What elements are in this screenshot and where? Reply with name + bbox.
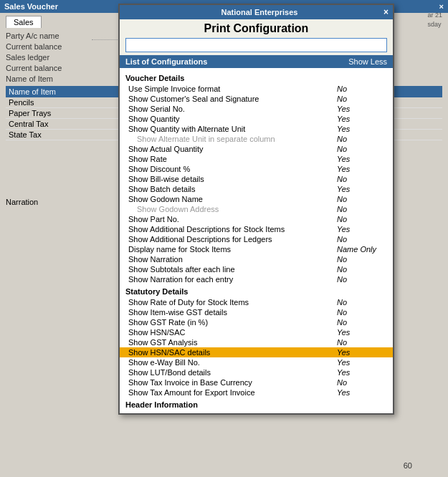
- config-label: Show Serial No.: [128, 105, 337, 113]
- tab-sales[interactable]: Sales: [6, 16, 42, 28]
- config-value: Yes: [337, 388, 387, 397]
- config-row[interactable]: Show Bill-wise detailsNo: [120, 174, 393, 184]
- config-value: No: [337, 378, 387, 387]
- modal-print-config-title: Print Configuration: [125, 22, 387, 35]
- config-label: Show GST Analysis: [128, 338, 337, 347]
- config-row[interactable]: Show Godown AddressNo: [120, 204, 393, 214]
- config-row[interactable]: Show Actual QuantityNo: [120, 144, 393, 154]
- voucher-configs-container: Use Simple Invoice formatNoShow Customer…: [120, 84, 393, 284]
- config-value: No: [337, 338, 387, 347]
- config-value: Yes: [337, 185, 387, 193]
- config-row[interactable]: Show NarrationNo: [120, 254, 393, 264]
- config-row[interactable]: Show Tax Invoice in Base CurrencyNo: [120, 377, 393, 387]
- bg-party-label: Party A/c name: [6, 32, 92, 40]
- config-value: No: [337, 308, 387, 317]
- config-row[interactable]: Show Godown NameNo: [120, 194, 393, 204]
- config-row[interactable]: Show Serial No.Yes: [120, 104, 393, 114]
- voucher-details-header: Voucher Details: [120, 71, 393, 84]
- config-value: No: [337, 235, 387, 244]
- config-value: Yes: [337, 105, 387, 113]
- config-row[interactable]: Show Additional Descriptions for Ledgers…: [120, 234, 393, 244]
- config-value: No: [337, 175, 387, 183]
- config-row[interactable]: Show Narration for each entryNo: [120, 274, 393, 284]
- config-value: No: [337, 85, 387, 93]
- config-row[interactable]: Display name for Stock ItemsName Only: [120, 244, 393, 254]
- config-row[interactable]: Show GST AnalysisNo: [120, 337, 393, 347]
- bg-item2-name: Paper Trays: [9, 109, 123, 117]
- bg-balance1-label: Current balance: [6, 42, 92, 51]
- config-label: Show Tax Invoice in Base Currency: [128, 378, 337, 387]
- config-value: No: [337, 195, 387, 203]
- config-row[interactable]: Show HSN/SAC detailsYes: [120, 347, 393, 357]
- config-row[interactable]: Use Simple Invoice formatNo: [120, 84, 393, 94]
- config-row[interactable]: Show Additional Descriptions for Stock I…: [120, 224, 393, 234]
- config-row[interactable]: Show Part No.No: [120, 214, 393, 224]
- config-label: Show HSN/SAC: [128, 328, 337, 337]
- config-label: Show Quantity: [128, 115, 337, 123]
- show-less-button[interactable]: Show Less: [348, 57, 387, 66]
- config-value: Yes: [337, 368, 387, 377]
- config-label: Use Simple Invoice format: [128, 85, 337, 93]
- config-label: Show Bill-wise details: [128, 175, 337, 183]
- config-row[interactable]: Show Batch detailsYes: [120, 184, 393, 194]
- list-header: List of Configurations Show Less: [120, 55, 393, 68]
- config-value: No: [337, 95, 387, 103]
- config-value: Yes: [337, 328, 387, 337]
- config-label: Show Rate: [128, 155, 337, 163]
- config-label: Show Alternate Unit in separate column: [137, 135, 337, 143]
- statutory-configs-container: Show Rate of Duty for Stock ItemsNoShow …: [120, 297, 393, 398]
- config-value: No: [337, 318, 387, 327]
- bg-item4-name: State Tax: [9, 130, 123, 139]
- config-row[interactable]: Show Rate of Duty for Stock ItemsNo: [120, 297, 393, 307]
- bg-item3-name: Central Tax: [9, 120, 123, 128]
- config-value: No: [337, 255, 387, 264]
- config-label: Show Narration: [128, 255, 337, 264]
- config-label: Show e-Way Bill No.: [128, 358, 337, 367]
- config-row[interactable]: Show LUT/Bond detailsYes: [120, 367, 393, 377]
- config-value: No: [337, 215, 387, 223]
- config-row[interactable]: Show HSN/SACYes: [120, 327, 393, 337]
- config-value: Yes: [337, 348, 387, 357]
- config-label: Show Additional Descriptions for Ledgers: [128, 235, 337, 244]
- config-label: Display name for Stock Items: [128, 245, 337, 254]
- modal-config-input[interactable]: [125, 38, 387, 52]
- config-row[interactable]: Show e-Way Bill No.Yes: [120, 357, 393, 367]
- config-label: Show Actual Quantity: [128, 145, 337, 153]
- config-row[interactable]: Show Alternate Unit in separate columnNo: [120, 134, 393, 144]
- bg-header-name: Name of Item: [9, 87, 123, 96]
- config-value: No: [337, 205, 387, 213]
- config-value: Name Only: [337, 245, 387, 254]
- config-row[interactable]: Show QuantityYes: [120, 114, 393, 124]
- config-label: Show Part No.: [128, 215, 337, 223]
- header-info-header: Header Information: [120, 398, 393, 410]
- right-edge-text: ar 21 sday: [427, 11, 442, 29]
- config-label: Show Tax Amount for Export Invoice: [128, 388, 337, 397]
- bg-close-icon[interactable]: ×: [439, 2, 444, 11]
- config-row[interactable]: Show Subtotals after each lineNo: [120, 264, 393, 274]
- config-label: Show Quantity with Alternate Unit: [128, 125, 337, 133]
- config-row[interactable]: Show RateYes: [120, 154, 393, 164]
- modal-company-name: National Enterprises: [135, 8, 383, 16]
- modal-close-icon[interactable]: ×: [383, 7, 389, 17]
- config-label: Show Godown Address: [137, 205, 337, 213]
- config-row[interactable]: Show Tax Amount for Export InvoiceYes: [120, 387, 393, 398]
- bg-balance2-label: Current balance: [6, 64, 92, 72]
- config-label: Show Customer's Seal and Signature: [128, 95, 337, 103]
- bg-narration-label: Narration: [6, 198, 38, 206]
- config-row[interactable]: Show Discount %Yes: [120, 164, 393, 174]
- bg-total-label: 60: [404, 461, 412, 470]
- list-section: List of Configurations Show Less Voucher…: [120, 55, 393, 413]
- config-label: Show HSN/SAC details: [128, 348, 337, 357]
- config-label: Show Subtotals after each line: [128, 265, 337, 274]
- config-label: Show LUT/Bond details: [128, 368, 337, 377]
- config-value: No: [337, 135, 387, 143]
- config-row[interactable]: Show GST Rate (in %)No: [120, 317, 393, 327]
- config-row[interactable]: Show Item-wise GST detailsNo: [120, 307, 393, 317]
- modal-titlebar: National Enterprises ×: [120, 5, 393, 19]
- config-row[interactable]: Show Quantity with Alternate UnitYes: [120, 124, 393, 134]
- list-content[interactable]: Voucher Details Use Simple Invoice forma…: [120, 68, 393, 413]
- config-row[interactable]: Show Customer's Seal and SignatureNo: [120, 94, 393, 104]
- modal-header: Print Configuration: [120, 19, 393, 55]
- config-label: Show Item-wise GST details: [128, 308, 337, 317]
- config-value: Yes: [337, 155, 387, 163]
